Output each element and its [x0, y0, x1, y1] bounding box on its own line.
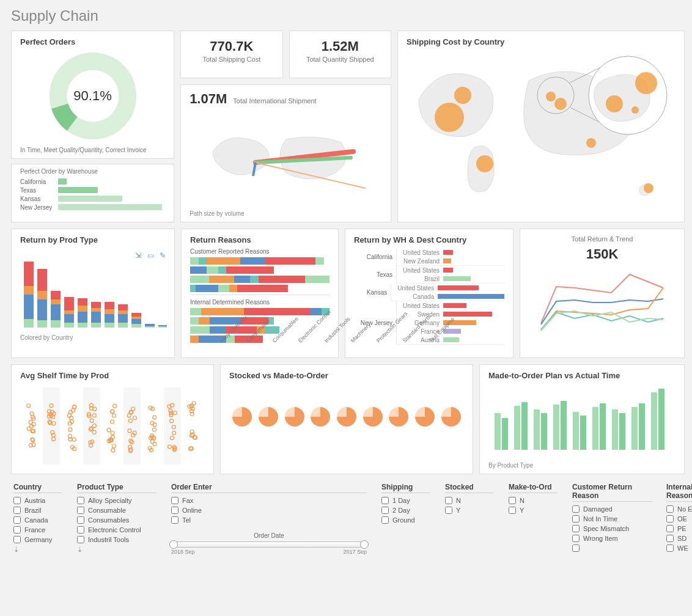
- svg-rect-21: [37, 299, 47, 320]
- world-bubble-map[interactable]: [407, 50, 675, 207]
- filter-checkbox[interactable]: N: [445, 497, 494, 504]
- filter-checkbox[interactable]: France: [13, 526, 62, 534]
- dest-row[interactable]: United States: [397, 248, 504, 257]
- svg-point-14: [635, 72, 657, 94]
- shelf-title: Avg Shelf Time by Prod: [20, 371, 205, 380]
- filter-checkbox[interactable]: N: [509, 497, 558, 504]
- pie-slice[interactable]: [311, 407, 330, 427]
- svg-point-97: [70, 416, 73, 420]
- filter-checkbox[interactable]: [572, 544, 652, 552]
- pie-slice[interactable]: [415, 407, 435, 427]
- svg-rect-45: [118, 314, 128, 323]
- filter-checkbox[interactable]: Damaged: [572, 505, 652, 513]
- svg-point-123: [111, 409, 114, 413]
- filter-checkbox[interactable]: Alloy Specialty: [77, 497, 156, 504]
- filter-checkbox[interactable]: Canada: [13, 516, 62, 524]
- filter-checkbox[interactable]: PE: [666, 525, 692, 532]
- export-icon[interactable]: ⇲: [134, 251, 142, 260]
- int-reason-row[interactable]: [190, 308, 329, 315]
- cust-reason-row[interactable]: [190, 285, 329, 292]
- filter-make-to-ord: Make-to-Ord NY: [509, 483, 558, 555]
- dest-row[interactable]: New Zealand: [397, 257, 504, 265]
- filter-checkbox[interactable]: OE: [666, 515, 692, 522]
- wh-bar-row[interactable]: California: [20, 177, 165, 186]
- pie-slice[interactable]: [259, 407, 278, 427]
- mto-bar-chart[interactable]: [488, 389, 675, 450]
- filter-checkbox[interactable]: Ground: [381, 516, 430, 524]
- filter-checkbox[interactable]: 2 Day: [381, 507, 430, 514]
- slider-thumb-end[interactable]: [360, 540, 369, 549]
- scroll-down-icon[interactable]: ⇣: [13, 546, 62, 554]
- intl-flow-map[interactable]: [190, 107, 382, 210]
- filter-checkbox[interactable]: Industril Tools: [77, 536, 156, 543]
- wh-bar-row[interactable]: Kansas: [20, 194, 165, 203]
- svg-rect-26: [51, 299, 61, 304]
- order-date-slider[interactable]: Order Date 2016 Sep2017 Sep: [171, 532, 367, 555]
- svg-rect-37: [91, 312, 101, 323]
- dest-row[interactable]: Canada: [391, 292, 504, 301]
- svg-point-67: [29, 420, 32, 424]
- filter-checkbox[interactable]: Austria: [13, 497, 62, 504]
- filter-checkbox[interactable]: Consumable: [77, 507, 156, 514]
- wh-bar-row[interactable]: Texas: [20, 186, 165, 194]
- svg-rect-50: [131, 317, 141, 319]
- svg-rect-46: [118, 310, 128, 314]
- svg-rect-28: [64, 323, 74, 328]
- svg-rect-17: [24, 295, 34, 319]
- svg-point-100: [72, 438, 76, 441]
- pie-slice[interactable]: [441, 407, 461, 427]
- svg-rect-38: [91, 308, 101, 312]
- filter-checkbox[interactable]: Online: [171, 507, 367, 514]
- perfect-orders-donut[interactable]: 90.1%: [47, 50, 139, 142]
- filter-checkbox[interactable]: Y: [445, 507, 494, 514]
- slider-thumb-start[interactable]: [169, 540, 178, 549]
- filter-checkbox[interactable]: SD: [666, 535, 692, 542]
- filter-checkbox[interactable]: Germany: [13, 536, 62, 543]
- svg-point-99: [67, 414, 71, 417]
- pie-slice[interactable]: [285, 407, 304, 427]
- pie-slice[interactable]: [389, 407, 408, 427]
- total-return-trend-card: Total Return & Trend 150K: [520, 229, 685, 358]
- cust-reason-row[interactable]: [190, 266, 329, 274]
- filter-checkbox[interactable]: Fax: [171, 497, 367, 504]
- dest-row[interactable]: United States: [391, 284, 504, 292]
- filter-checkbox[interactable]: Y: [509, 507, 558, 514]
- filter-checkbox[interactable]: Spec Mismatch: [572, 525, 652, 532]
- svg-rect-44: [118, 323, 128, 328]
- filter-checkbox[interactable]: Not In Time: [572, 515, 652, 522]
- filter-internal-return-reason: Internal Return Reason No ErrorOEPESDWE: [666, 483, 692, 555]
- pie-slice[interactable]: [363, 407, 383, 427]
- dest-row[interactable]: United States: [397, 301, 504, 310]
- filter-checkbox[interactable]: Brazil: [13, 507, 62, 514]
- edit-icon[interactable]: ✎: [158, 251, 167, 260]
- svg-rect-18: [24, 286, 34, 295]
- shelf-chart[interactable]: [20, 384, 206, 468]
- filter-checkbox[interactable]: Consumables: [77, 516, 156, 524]
- filter-checkbox[interactable]: 1 Day: [381, 497, 430, 504]
- ret-prod-chart[interactable]: [20, 248, 167, 332]
- mto-foot: By Product Type: [488, 462, 675, 469]
- pie-slice[interactable]: [337, 407, 356, 427]
- trend-chart[interactable]: [538, 262, 666, 336]
- pie-slice[interactable]: [232, 407, 252, 427]
- filter-checkbox[interactable]: Tel: [171, 516, 367, 524]
- svg-point-156: [152, 428, 156, 431]
- intl-value: 1.07M: [190, 91, 227, 107]
- cust-reason-row[interactable]: [190, 276, 329, 283]
- dest-row[interactable]: United States: [397, 266, 504, 274]
- dest-row[interactable]: Brazil: [397, 274, 504, 283]
- stocked-vs-mto-card: Stocked vs Made-to-Order Alloy Specialty…: [220, 364, 473, 474]
- svg-rect-24: [51, 320, 61, 328]
- cust-reason-row[interactable]: [190, 257, 329, 265]
- svg-point-6: [554, 98, 567, 110]
- filter-checkbox[interactable]: Wrong Item: [572, 535, 652, 542]
- filter-title-mto: Make-to-Ord: [509, 483, 558, 493]
- filter-checkbox[interactable]: WE: [666, 544, 692, 552]
- filter-checkbox[interactable]: Electronic Control: [77, 526, 156, 534]
- maximize-icon[interactable]: ▭: [146, 251, 155, 260]
- filter-checkbox[interactable]: No Error: [666, 505, 692, 513]
- filter-shipping: Shipping 1 Day2 DayGround: [381, 483, 430, 555]
- int-reason-row[interactable]: [190, 317, 329, 324]
- scroll-down-icon[interactable]: ⇣: [77, 546, 156, 554]
- wh-bar-row[interactable]: New Jersey: [20, 203, 165, 211]
